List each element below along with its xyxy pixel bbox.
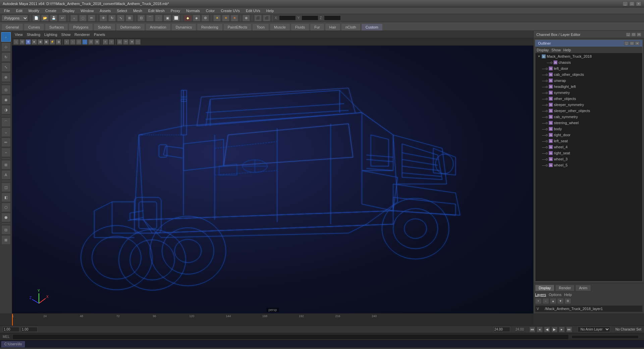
camera-button[interactable]: ⊟ — [1, 225, 11, 235]
tab-surfaces[interactable]: Surfaces — [45, 23, 68, 31]
menu-display[interactable]: Display — [60, 8, 77, 13]
menu-create[interactable]: Create — [43, 8, 59, 13]
tree-item-other-objects[interactable]: —o m other_objects — [535, 96, 642, 102]
z-input[interactable] — [324, 15, 341, 20]
play-forward-button[interactable]: ▶ — [551, 327, 557, 333]
tab-fur[interactable]: Fur — [310, 23, 324, 31]
vp-iso1-icon[interactable]: ▪ — [64, 39, 69, 45]
tab-fluids[interactable]: Fluids — [291, 23, 309, 31]
outliner-close[interactable]: × — [635, 41, 640, 45]
x-input[interactable] — [279, 15, 296, 20]
channel-box-min[interactable]: _ — [626, 33, 631, 37]
layer-sub-options[interactable]: Options — [549, 293, 561, 297]
tree-item-root[interactable]: ▼ o Mack_Anthem_Truck_2018 — [535, 53, 642, 59]
light1-button[interactable]: ☀ — [213, 15, 221, 21]
outliner-min[interactable]: _ — [624, 41, 629, 45]
snap-curve-button[interactable]: ⌒ — [146, 15, 154, 21]
play-back-button[interactable]: ◀ — [544, 327, 550, 333]
outliner-tree[interactable]: ▼ o Mack_Anthem_Truck_2018 ▶ —o m chassi… — [535, 53, 642, 281]
tree-item-body[interactable]: —o m body — [535, 126, 642, 132]
create-poly-button[interactable]: ◫ — [1, 183, 11, 192]
tab-subdivs[interactable]: Subdivs — [94, 23, 115, 31]
tree-item-chassis[interactable]: ▶ —o m chassis — [535, 59, 642, 65]
tree-item-unwrap[interactable]: —o m unwrap — [535, 78, 642, 84]
vp-wireframe-icon[interactable]: ⊞ — [25, 39, 31, 45]
vp-light-icon[interactable]: ⚡ — [50, 39, 55, 45]
ipr-button[interactable]: ◈ — [193, 15, 200, 21]
light2-button[interactable]: ☀ — [222, 15, 229, 21]
layer-tab-render[interactable]: Render — [555, 285, 575, 291]
canvas-area[interactable]: X Y Z persp — [12, 46, 533, 313]
tab-muscle[interactable]: Muscle — [270, 23, 290, 31]
vp-fx-icon[interactable]: ★ — [129, 39, 135, 45]
render-region-button[interactable]: ⊠ — [1, 235, 11, 245]
outliner-menu-show[interactable]: Show — [551, 48, 561, 52]
vp-display-icon[interactable]: ◫ — [117, 39, 122, 45]
menu-edit-mesh[interactable]: Edit Mesh — [146, 8, 167, 13]
layer-visibility[interactable]: V — [537, 307, 542, 311]
step-back-button[interactable]: ◂ — [537, 327, 543, 333]
tree-item-right-seat[interactable]: —o m right_seat — [535, 150, 642, 156]
anim-layer-select[interactable]: No Anim Layer — [578, 327, 610, 332]
snap-surface-button[interactable]: ▣ — [164, 15, 171, 21]
cv-curve-button[interactable]: ⌒ — [1, 117, 11, 127]
tree-item-left-seat[interactable]: —o m left_seat — [535, 138, 642, 144]
outliner-menu-display[interactable]: Display — [537, 48, 549, 52]
create-poly3-button[interactable]: ⬡ — [1, 203, 11, 212]
tab-general[interactable]: General — [1, 23, 23, 31]
vp-hud-icon[interactable]: ⊕ — [94, 39, 100, 45]
vp-solid-icon[interactable]: ■ — [32, 39, 37, 45]
menu-file[interactable]: File — [1, 8, 13, 13]
tree-item-steering-wheel[interactable]: —o m steering_wheel — [535, 120, 642, 126]
maximize-button[interactable]: □ — [629, 1, 635, 6]
vp-axis-icon[interactable]: ⊹ — [109, 39, 114, 45]
snap-point-button[interactable]: · — [155, 15, 162, 21]
arc-button[interactable]: ⌢ — [1, 148, 11, 157]
layer-move-down-button[interactable]: ▼ — [557, 298, 564, 304]
viewport-menu-lighting[interactable]: Lighting — [44, 33, 57, 37]
universal-manip-button[interactable]: ⊞ — [126, 15, 133, 21]
vp-more-icon[interactable]: ⋯ — [135, 39, 141, 45]
tab-hair[interactable]: Hair — [325, 23, 340, 31]
layer-tab-anim[interactable]: Anim — [575, 285, 591, 291]
rotate-button[interactable]: ↻ — [108, 15, 116, 21]
layer-row-1[interactable]: V /Mack_Anthem_Truck_2018_layer1 — [535, 305, 643, 312]
render-button[interactable]: ◆ — [184, 15, 192, 21]
menu-mesh[interactable]: Mesh — [130, 8, 145, 13]
snap-grid-button[interactable]: ⊡ — [138, 15, 145, 21]
paint-weights-button[interactable]: ◑ — [1, 105, 11, 114]
select-tool-button[interactable]: ⬦ — [1, 32, 11, 42]
lasso-button[interactable]: ◌ — [79, 15, 87, 21]
soft-mod-button[interactable]: ◎ — [1, 85, 11, 94]
undo-button[interactable]: ↩ — [59, 15, 66, 21]
outliner-max[interactable]: □ — [630, 41, 634, 45]
channel-box-max[interactable]: □ — [631, 33, 636, 37]
range-start-input[interactable] — [3, 327, 19, 332]
tree-item-cab-other[interactable]: —o m cab_other_objects — [535, 71, 642, 78]
current-frame-input[interactable] — [21, 327, 38, 332]
vp-grid-icon[interactable]: # — [103, 39, 108, 45]
move-tool-button[interactable]: ⊹ — [1, 42, 11, 52]
show-manip-tool-button[interactable]: ⊕ — [1, 72, 11, 82]
layer-move-up-button[interactable]: ▲ — [550, 298, 556, 304]
menu-select[interactable]: Select — [114, 8, 130, 13]
timeline-ruler[interactable]: 1 24 48 72 96 120 144 168 192 216 240 — [12, 314, 533, 326]
go-to-end-button[interactable]: ⏭ — [566, 327, 572, 333]
vp-snap-icon[interactable]: ⊡ — [88, 39, 94, 45]
viewport-menu-renderer[interactable]: Renderer — [74, 33, 90, 37]
menu-assets[interactable]: Assets — [97, 8, 113, 13]
tree-item-cab-symmetry[interactable]: —o m cab_symmetry — [535, 114, 642, 120]
tab-toon[interactable]: Toon — [252, 23, 269, 31]
layer-tab-display[interactable]: Display — [535, 285, 554, 291]
scale-tool-button[interactable]: ⤡ — [1, 62, 11, 72]
vp-select-icon[interactable]: ⬦ — [13, 39, 19, 45]
create-poly4-button[interactable]: ⬢ — [1, 213, 11, 222]
tab-rendering[interactable]: Rendering — [197, 23, 223, 31]
render-settings-button[interactable]: ⚙ — [202, 15, 209, 21]
rotate-tool-button[interactable]: ↻ — [1, 52, 11, 62]
channel-box-close[interactable]: × — [637, 33, 641, 37]
layer-delete-button[interactable]: − — [542, 298, 549, 304]
tab-custom[interactable]: Custom — [361, 23, 383, 31]
status-input[interactable] — [12, 334, 569, 340]
tab-ncloth[interactable]: nCloth — [341, 23, 361, 31]
